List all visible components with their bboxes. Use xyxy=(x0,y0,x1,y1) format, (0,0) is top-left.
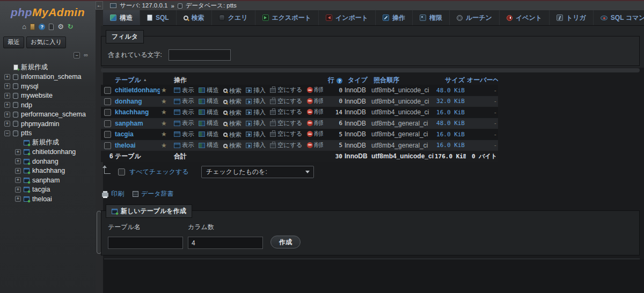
browse-link[interactable]: 表示 xyxy=(174,108,194,116)
favorite-star-icon[interactable]: ★ xyxy=(161,98,167,105)
structure-link[interactable]: 構造 xyxy=(199,141,219,149)
table-name-link[interactable]: sanpham xyxy=(115,120,143,127)
tree-item-information-schema[interactable]: + information_schema xyxy=(0,72,96,82)
unlink-panel-icon[interactable]: ∞ xyxy=(84,52,88,58)
structure-link[interactable]: 構造 xyxy=(199,97,219,105)
header-table[interactable]: テーブル▲ xyxy=(114,75,160,85)
tab-structure[interactable]: 構造 xyxy=(103,10,140,25)
print-link[interactable]: 印刷 xyxy=(102,189,124,199)
insert-link[interactable]: 挿入 xyxy=(246,141,266,149)
empty-link[interactable]: 空にする xyxy=(270,97,303,105)
tree-item-khachhang[interactable]: + khachhang xyxy=(0,166,96,176)
breadcrumb-database-link[interactable]: データベース: ptts xyxy=(186,2,237,10)
tree-item-new-table[interactable]: 新規作成 xyxy=(0,138,96,148)
logout-icon[interactable] xyxy=(30,24,35,30)
tree-item-new-database[interactable]: 新規作成 xyxy=(0,63,96,72)
drop-link[interactable]: 削除 xyxy=(307,141,323,149)
favorite-star-icon[interactable]: ★ xyxy=(161,142,167,149)
structure-link[interactable]: 構造 xyxy=(199,108,219,116)
drop-link[interactable]: 削除 xyxy=(307,97,323,105)
data-dictionary-link[interactable]: データ辞書 xyxy=(133,189,174,199)
filter-input[interactable] xyxy=(169,49,231,61)
expand-icon[interactable]: + xyxy=(4,102,10,108)
drop-link[interactable]: 削除 xyxy=(307,108,323,116)
table-name-link[interactable]: chitietdonhang xyxy=(115,86,160,94)
empty-link[interactable]: 空にする xyxy=(270,141,303,149)
tree-item-ptts[interactable]: − ptts xyxy=(0,129,96,138)
row-checkbox[interactable] xyxy=(104,120,111,127)
empty-link[interactable]: 空にする xyxy=(270,130,303,138)
horizontal-scrollbar[interactable] xyxy=(101,68,640,72)
table-name-link[interactable]: khachhang xyxy=(115,108,149,116)
row-checkbox[interactable] xyxy=(104,142,111,149)
favorites-button[interactable]: お気に入り xyxy=(26,36,66,48)
header-rows[interactable]: 行? xyxy=(323,75,343,85)
empty-link[interactable]: 空にする xyxy=(270,86,303,94)
tab-sql[interactable]: SQL xyxy=(140,10,177,25)
favorite-star-icon[interactable]: ★ xyxy=(161,86,167,94)
tab-import[interactable]: インポート xyxy=(319,10,376,25)
tree-item-ndp[interactable]: + ndp xyxy=(0,100,96,110)
empty-link[interactable]: 空にする xyxy=(270,119,303,127)
search-link[interactable]: 検索 xyxy=(223,87,241,95)
reload-navigation-icon[interactable]: ↻ xyxy=(68,23,74,31)
drop-link[interactable]: 削除 xyxy=(307,130,323,138)
table-size[interactable]: 32.0 KiB xyxy=(434,96,466,107)
collapse-icon[interactable]: − xyxy=(4,130,10,136)
tab-tracking[interactable]: SQL コマンドの追跡 xyxy=(594,10,644,25)
tree-item-chitietdonhang[interactable]: + chitietdonhang xyxy=(0,148,96,157)
insert-link[interactable]: 挿入 xyxy=(246,97,266,105)
header-collation[interactable]: 照合順序 xyxy=(370,75,434,85)
empty-link[interactable]: 空にする xyxy=(270,108,303,116)
expand-icon[interactable]: + xyxy=(4,93,10,99)
favorite-star-icon[interactable]: ★ xyxy=(161,120,167,127)
browse-link[interactable]: 表示 xyxy=(174,97,194,105)
collapse-all-icon[interactable]: − xyxy=(74,52,80,58)
search-link[interactable]: 検索 xyxy=(223,131,241,139)
tree-item-phpmyadmin[interactable]: + phpmyadmin xyxy=(0,119,96,129)
create-button[interactable]: 作成 xyxy=(270,236,301,248)
row-checkbox[interactable] xyxy=(104,109,111,116)
structure-link[interactable]: 構造 xyxy=(199,86,219,94)
tab-triggers[interactable]: トリガ xyxy=(550,10,594,25)
header-type[interactable]: タイプ xyxy=(343,75,370,85)
table-size[interactable]: 16.0 KiB xyxy=(434,129,466,140)
expand-icon[interactable]: + xyxy=(4,74,10,80)
tree-item-mywebsite[interactable]: + mywebsite xyxy=(0,91,96,101)
table-name-link[interactable]: theloai xyxy=(115,142,136,149)
tree-item-donhang[interactable]: + donhang xyxy=(0,157,96,166)
breadcrumb-server-link[interactable]: サーバ: 127.0.0.1 xyxy=(120,2,167,10)
row-checkbox[interactable] xyxy=(104,131,111,138)
expand-icon[interactable]: + xyxy=(4,112,10,118)
help-icon[interactable]: ? xyxy=(336,78,342,84)
tree-item-theloai[interactable]: + theloai xyxy=(0,194,96,204)
header-size[interactable]: サイズ xyxy=(434,75,466,85)
structure-link[interactable]: 構造 xyxy=(199,119,219,127)
row-checkbox[interactable] xyxy=(104,87,111,94)
home-icon[interactable]: ⌂ xyxy=(22,23,26,31)
insert-link[interactable]: 挿入 xyxy=(246,108,266,116)
check-all-checkbox[interactable] xyxy=(118,169,125,175)
tab-events[interactable]: イベント xyxy=(500,10,550,25)
table-size[interactable]: 16.0 KiB xyxy=(434,107,466,118)
insert-link[interactable]: 挿入 xyxy=(246,130,266,138)
expand-icon[interactable]: + xyxy=(4,83,10,89)
search-link[interactable]: 検索 xyxy=(223,98,241,106)
insert-link[interactable]: 挿入 xyxy=(246,86,266,94)
expand-icon[interactable]: + xyxy=(15,187,21,193)
expand-icon[interactable]: + xyxy=(15,196,21,202)
table-name-link[interactable]: donhang xyxy=(115,98,142,105)
table-size[interactable]: 16.0 KiB xyxy=(434,140,466,151)
docs-page-icon[interactable] xyxy=(49,24,54,30)
tab-privileges[interactable]: 権限 xyxy=(413,10,450,25)
tree-item-performance-schema[interactable]: + performance_schema xyxy=(0,110,96,120)
table-name-link[interactable]: tacgia xyxy=(115,130,134,138)
favorite-star-icon[interactable]: ★ xyxy=(161,130,167,138)
tab-routines[interactable]: ルーチン xyxy=(450,10,500,25)
tab-export[interactable]: エクスポート xyxy=(255,10,319,25)
with-selected-dropdown[interactable]: チェックしたものを: xyxy=(201,166,314,178)
recent-tables-button[interactable]: 最近 xyxy=(3,36,24,48)
search-link[interactable]: 検索 xyxy=(223,109,241,117)
collapse-panel-arrow[interactable]: ← xyxy=(96,1,103,10)
browse-link[interactable]: 表示 xyxy=(174,141,194,149)
